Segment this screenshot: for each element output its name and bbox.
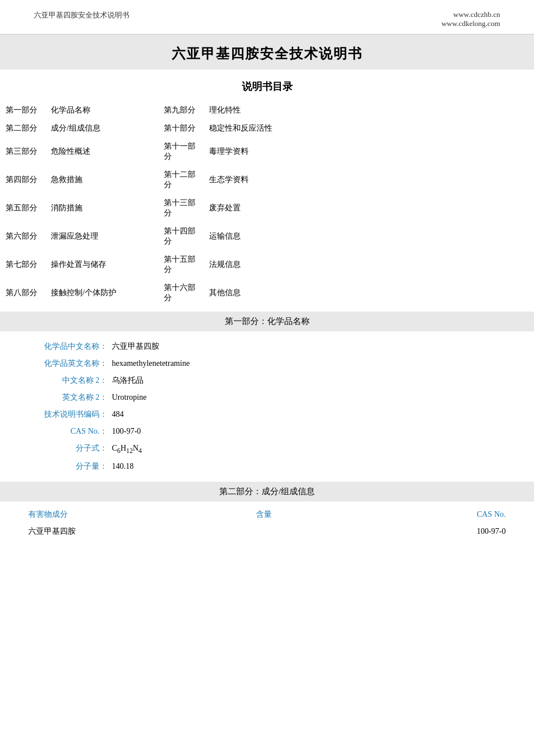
toc-right-label: 运输信息 <box>203 222 534 250</box>
header-website2: www.cdkelong.com <box>441 19 500 28</box>
toc-right-label: 废弃处置 <box>203 194 534 222</box>
info-value: Urotropine <box>112 393 146 402</box>
page-header: 六亚甲基四胺安全技术说明书 www.cdczhb.cn www.cdkelong… <box>0 0 534 34</box>
info-row: 中文名称 2：乌洛托品 <box>34 372 500 389</box>
toc-row: 第五部分 消防措施 第十三部分 废弃处置 <box>0 194 534 222</box>
component-content <box>250 523 355 540</box>
toc-table: 第一部分 化学品名称 第九部分 理化特性 第二部分 成分/组成信息 第十部分 稳… <box>0 101 534 307</box>
info-label: 技术说明书编码： <box>34 409 107 420</box>
info-label: 分子式： <box>34 443 107 453</box>
info-label: 化学品英文名称： <box>34 358 107 369</box>
info-value: 六亚甲基四胺 <box>112 342 159 352</box>
components-row: 六亚甲基四胺100-97-0 <box>23 523 511 540</box>
toc-row: 第六部分 泄漏应急处理 第十四部分 运输信息 <box>0 222 534 250</box>
toc-right-num: 第十四部分 <box>158 222 203 250</box>
toc-right-num: 第十五部分 <box>158 250 203 279</box>
info-value: 140.18 <box>112 462 134 471</box>
info-value: 乌洛托品 <box>112 375 144 386</box>
toc-left-num: 第六部分 <box>0 222 45 250</box>
toc-left-label: 化学品名称 <box>45 101 158 119</box>
section1-header: 第一部分：化学品名称 <box>0 312 534 331</box>
toc-left-num: 第七部分 <box>0 250 45 279</box>
toc-right-num: 第十部分 <box>158 119 203 137</box>
info-row: 分子量：140.18 <box>34 458 500 475</box>
info-value: 484 <box>112 410 124 419</box>
toc-right-label: 生态学资料 <box>203 166 534 194</box>
info-label: 化学品中文名称： <box>34 342 107 352</box>
toc-left-num: 第一部分 <box>0 101 45 119</box>
toc-row: 第一部分 化学品名称 第九部分 理化特性 <box>0 101 534 119</box>
info-row: 技术说明书编码：484 <box>34 406 500 423</box>
components-col-header: 有害物成分 <box>23 506 250 523</box>
toc-right-label: 毒理学资料 <box>203 137 534 166</box>
components-col-header: CAS No. <box>355 506 511 523</box>
toc-left-label: 操作处置与储存 <box>45 250 158 279</box>
info-label: 中文名称 2： <box>34 375 107 386</box>
info-row: 化学品中文名称：六亚甲基四胺 <box>34 338 500 355</box>
info-row: 英文名称 2：Urotropine <box>34 389 500 406</box>
info-value: C6H12N4 <box>112 444 142 455</box>
info-row: CAS No.：100-97-0 <box>34 423 500 440</box>
section1-info: 化学品中文名称：六亚甲基四胺化学品英文名称：hexamethylenetetra… <box>0 336 534 477</box>
toc-row: 第四部分 急救措施 第十二部分 生态学资料 <box>0 166 534 194</box>
header-right: www.cdczhb.cn www.cdkelong.com <box>441 10 500 28</box>
section2-header: 第二部分：成分/组成信息 <box>0 482 534 502</box>
toc-right-label: 其他信息 <box>203 279 534 307</box>
toc-right-num: 第九部分 <box>158 101 203 119</box>
toc-left-label: 急救措施 <box>45 166 158 194</box>
toc-row: 第七部分 操作处置与储存 第十五部分 法规信息 <box>0 250 534 279</box>
toc-left-num: 第四部分 <box>0 166 45 194</box>
toc-row: 第八部分 接触控制/个体防护 第十六部分 其他信息 <box>0 279 534 307</box>
main-title-section: 六亚甲基四胺安全技术说明书 <box>0 34 534 70</box>
component-name: 六亚甲基四胺 <box>23 523 250 540</box>
toc-right-num: 第十二部分 <box>158 166 203 194</box>
toc-left-label: 成分/组成信息 <box>45 119 158 137</box>
info-label: 分子量： <box>34 461 107 472</box>
info-row: 化学品英文名称：hexamethylenetetramine <box>34 355 500 372</box>
header-left-text: 六亚甲基四胺安全技术说明书 <box>34 10 129 20</box>
toc-row: 第三部分 危险性概述 第十一部分 毒理学资料 <box>0 137 534 166</box>
toc-right-label: 稳定性和反应活性 <box>203 119 534 137</box>
toc-left-label: 消防措施 <box>45 194 158 222</box>
info-row: 分子式：C6H12N4 <box>34 440 500 458</box>
components-table: 有害物成分含量CAS No. 六亚甲基四胺100-97-0 <box>23 506 511 540</box>
header-website1: www.cdczhb.cn <box>441 10 500 19</box>
info-value: 100-97-0 <box>112 427 141 436</box>
toc-row: 第二部分 成分/组成信息 第十部分 稳定性和反应活性 <box>0 119 534 137</box>
toc-right-label: 法规信息 <box>203 250 534 279</box>
main-title: 六亚甲基四胺安全技术说明书 <box>0 45 534 63</box>
component-cas: 100-97-0 <box>355 523 511 540</box>
toc-left-label: 接触控制/个体防护 <box>45 279 158 307</box>
toc-left-num: 第八部分 <box>0 279 45 307</box>
info-value: hexamethylenetetramine <box>112 359 190 368</box>
toc-right-num: 第十六部分 <box>158 279 203 307</box>
info-label: CAS No.： <box>34 426 107 437</box>
toc-left-label: 泄漏应急处理 <box>45 222 158 250</box>
toc-right-num: 第十三部分 <box>158 194 203 222</box>
toc-left-num: 第五部分 <box>0 194 45 222</box>
toc-left-num: 第二部分 <box>0 119 45 137</box>
toc-right-label: 理化特性 <box>203 101 534 119</box>
info-label: 英文名称 2： <box>34 392 107 403</box>
toc-right-num: 第十一部分 <box>158 137 203 166</box>
toc-title: 说明书目录 <box>0 74 534 101</box>
components-col-header: 含量 <box>250 506 355 523</box>
toc-left-label: 危险性概述 <box>45 137 158 166</box>
toc-left-num: 第三部分 <box>0 137 45 166</box>
